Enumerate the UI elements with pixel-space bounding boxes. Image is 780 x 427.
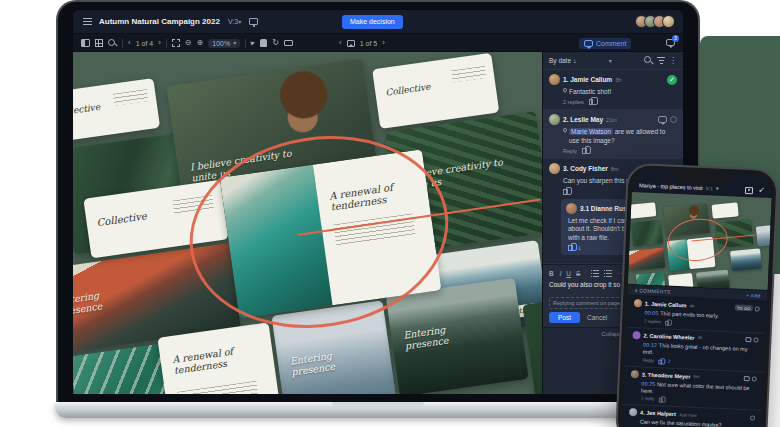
like-icon[interactable] (665, 320, 671, 326)
rotate-icon[interactable] (272, 39, 279, 47)
comment-item[interactable]: 3. Theodore Meyer6m 00:25Not sure what c… (622, 366, 764, 411)
phone-project-title: Mariya - top places to visit (639, 182, 703, 191)
mini-slide (628, 202, 657, 219)
approved-check-icon[interactable] (667, 75, 677, 85)
reply-link[interactable]: Reply (563, 148, 577, 154)
pointer-tool-icon[interactable] (251, 40, 256, 45)
reply-link[interactable]: Reply (642, 357, 654, 362)
comment-author: 2. Caroline Wheeler (643, 332, 694, 340)
slide-title: Entering presence (403, 319, 481, 352)
media-icon[interactable] (745, 186, 753, 193)
reply-icon[interactable] (658, 116, 667, 123)
search-comments-icon[interactable] (644, 56, 653, 65)
slide-title: Collective (73, 102, 101, 118)
comment-item[interactable]: 2. Caroline Wheeler4h 00:12This looks gr… (624, 328, 766, 373)
like-count: 2 (668, 358, 671, 363)
make-decision-button[interactable]: Make decision (342, 15, 403, 29)
cancel-button[interactable]: Cancel (587, 314, 607, 321)
like-icon[interactable] (589, 98, 597, 105)
hand-tool-icon[interactable] (260, 39, 267, 47)
phone: Mariya - top places to visit V:1 (615, 163, 779, 427)
bullet-list-icon[interactable] (591, 270, 599, 277)
comment-item[interactable]: 1. Jamie Callum 3h Fantastic shot! 2 rep… (543, 70, 683, 110)
main-area: Collective I believe creativity to unite… (73, 52, 683, 394)
phone-canvas[interactable] (628, 192, 772, 290)
scene: Autumn Natural Campaign 2022 V:3 Make de… (0, 0, 780, 427)
divider (585, 269, 586, 278)
prev-file-button[interactable] (339, 39, 342, 47)
timecode[interactable]: 00:05 (644, 310, 658, 317)
mention-chip[interactable]: Marie Watson (569, 128, 613, 135)
like-icon[interactable] (563, 188, 571, 195)
timecode[interactable]: 00:12 (643, 341, 657, 348)
next-page-button[interactable] (158, 39, 161, 47)
menu-icon[interactable] (83, 18, 92, 25)
zoom-out-button[interactable]: ⊖ (185, 39, 192, 47)
resolve-ring-icon[interactable] (750, 415, 755, 420)
like-icon[interactable] (568, 244, 576, 251)
chevron-down-icon[interactable] (716, 186, 719, 192)
comment-item[interactable]: 2. Leslie May 21m Marie Watson are we al… (543, 110, 683, 159)
comment-header: 1. Jamie Callum 3h (549, 74, 677, 85)
more-options-icon[interactable] (669, 57, 677, 65)
grid-view-icon[interactable] (95, 39, 103, 47)
file-pager: 1 of 5 (339, 34, 385, 52)
filter-icon[interactable] (657, 57, 665, 64)
bold-button[interactable]: B (549, 270, 554, 277)
like-icon[interactable] (582, 147, 590, 154)
annotation-tool-icon[interactable] (284, 40, 293, 46)
post-button[interactable]: Post (549, 312, 580, 323)
like-icon[interactable] (658, 359, 664, 365)
zoom-level-dropdown[interactable]: 100% (208, 39, 240, 48)
slide-title: Entering presence (289, 346, 361, 378)
slide-card: Collective (372, 53, 499, 129)
chevron-down-icon[interactable] (238, 19, 241, 25)
comment-mode-button[interactable]: Comment (579, 38, 631, 49)
replies-link[interactable]: 2 replies (644, 318, 661, 324)
avatar (566, 203, 577, 214)
version-selector[interactable]: V:3 (228, 18, 238, 25)
fit-screen-icon[interactable] (172, 39, 180, 47)
laptop-screen: Autumn Natural Campaign 2022 V:3 Make de… (73, 10, 683, 394)
approve-check-icon[interactable] (758, 186, 765, 194)
present-icon[interactable] (249, 18, 258, 25)
prev-page-button[interactable] (128, 39, 131, 47)
numbered-list-icon[interactable] (604, 270, 612, 277)
avatar[interactable] (662, 15, 675, 28)
phone-version-selector[interactable]: V:1 (705, 185, 713, 191)
reply-icon[interactable] (745, 337, 751, 342)
review-canvas[interactable]: Collective I believe creativity to unite… (73, 52, 542, 394)
panel-header: By date (543, 52, 683, 70)
underline-button[interactable]: U (566, 270, 571, 277)
resolve-ring-icon[interactable] (753, 338, 758, 343)
replies-link[interactable]: 2 replies (563, 99, 584, 105)
replies-link[interactable]: 1 reply (641, 396, 655, 402)
italic-button[interactable]: I (559, 270, 562, 278)
comment-author: 3. Theodore Meyer (642, 371, 691, 379)
timecode[interactable]: 00:25 (641, 380, 655, 387)
sidebar-toggle-icon[interactable] (81, 39, 90, 47)
sort-dropdown[interactable]: By date (549, 57, 577, 64)
reply-icon[interactable] (744, 376, 750, 381)
avatar (629, 408, 637, 416)
resolve-ring-icon[interactable] (670, 116, 677, 123)
add-comment-button[interactable]: + Add (746, 292, 761, 299)
todo-badge[interactable]: TO DO (735, 305, 753, 312)
next-file-button[interactable] (382, 39, 385, 47)
search-icon[interactable] (108, 39, 117, 48)
strikethrough-button[interactable]: S (576, 270, 580, 277)
chat-icon[interactable]: 3 (666, 39, 675, 47)
like-count: 1 (578, 245, 581, 251)
comment-time: 3h (615, 77, 621, 83)
comment-time: Just now (679, 412, 697, 418)
comment-author: 4. Jes Halpert (640, 410, 676, 418)
zoom-in-button[interactable]: ⊕ (197, 39, 204, 47)
comment-time: 8m (611, 166, 619, 172)
resolve-ring-icon[interactable] (755, 306, 760, 311)
chevron-down-icon[interactable] (609, 58, 612, 64)
like-icon[interactable] (658, 397, 664, 403)
mini-slide (712, 202, 739, 218)
page-indicator: 1 of 4 (136, 40, 154, 47)
resolve-ring-icon[interactable] (752, 376, 757, 381)
zoom-level: 100% (212, 40, 230, 47)
